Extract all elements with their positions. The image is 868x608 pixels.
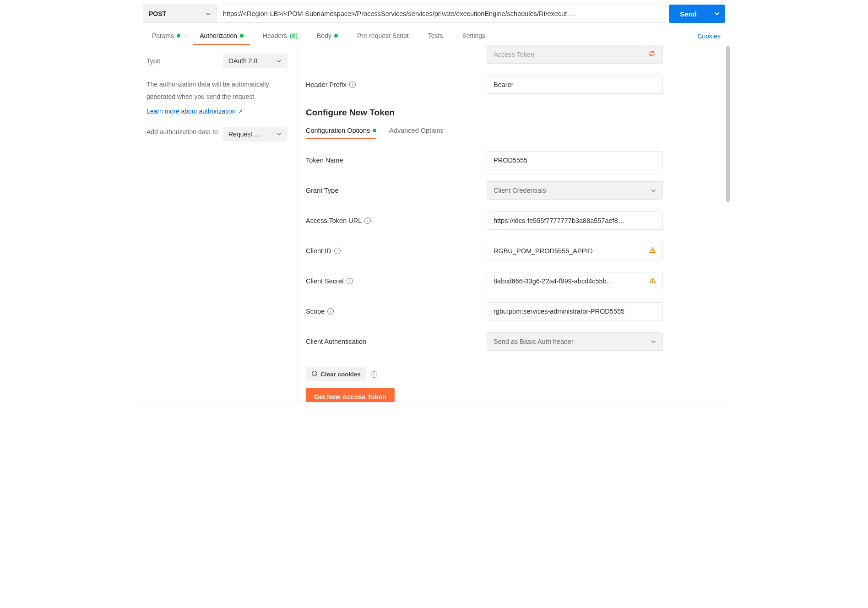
cookie-icon xyxy=(311,370,318,378)
send-button-group: Send xyxy=(669,5,725,23)
http-method-value: POST xyxy=(149,10,166,17)
auth-form: Access Token Header Prefix i Bearer xyxy=(298,45,731,402)
scope-label: Scope xyxy=(306,308,325,315)
svg-point-3 xyxy=(652,282,653,283)
content-area: Type OAuth 2.0 The authorization data wi… xyxy=(137,45,731,402)
token-name-row: Token Name PROD5555 xyxy=(306,151,722,169)
access-token-placeholder: Access Token xyxy=(494,51,635,58)
grant-type-value: Client Credentials xyxy=(494,187,546,194)
info-icon[interactable]: i xyxy=(364,217,371,224)
dot-indicator-icon xyxy=(373,129,376,132)
info-icon[interactable]: i xyxy=(347,278,353,284)
chevron-down-icon xyxy=(651,188,656,193)
send-button[interactable]: Send xyxy=(669,5,708,23)
tab-params[interactable]: Params xyxy=(146,27,187,45)
client-secret-input[interactable]: 8abcd666-33g6-22a4-f999-abcd4c55b… xyxy=(487,272,663,290)
client-id-row: Client ID i RGBU_POM_PROD5555_APPID xyxy=(306,242,722,260)
header-prefix-row: Header Prefix i Bearer xyxy=(306,76,722,94)
warning-icon xyxy=(649,247,656,255)
method-url-group: POST https://<Region-LB>/<POM-Subnamespa… xyxy=(143,5,665,23)
add-auth-label: Add authorization data to xyxy=(146,127,218,138)
svg-point-7 xyxy=(314,374,315,375)
send-options-button[interactable] xyxy=(708,5,725,23)
tab-configuration-options[interactable]: Configuration Options xyxy=(306,123,376,139)
cookies-link[interactable]: Cookies xyxy=(695,28,722,44)
chevron-down-icon xyxy=(277,59,282,64)
request-bar: POST https://<Region-LB>/<POM-Subnamespa… xyxy=(137,0,731,27)
tab-pre-request-script[interactable]: Pre-request Script xyxy=(351,27,415,45)
chevron-down-icon xyxy=(714,11,720,16)
add-auth-to-select[interactable]: Request … xyxy=(223,127,287,141)
token-sync-button[interactable] xyxy=(641,45,663,64)
scrollbar[interactable] xyxy=(726,46,730,239)
info-icon[interactable]: i xyxy=(334,248,341,254)
client-secret-value: 8abcd666-33g6-22a4-f999-abcd4c55b… xyxy=(494,277,646,285)
auth-type-label: Type xyxy=(146,57,160,65)
chevron-down-icon xyxy=(206,11,211,16)
access-token-url-label: Access Token URL xyxy=(306,217,362,224)
add-auth-row: Add authorization data to Request … xyxy=(146,127,287,141)
token-name-value: PROD5555 xyxy=(494,157,656,164)
dot-indicator-icon xyxy=(240,34,244,38)
client-auth-select[interactable]: Send as Basic Auth header xyxy=(487,332,663,351)
access-token-url-row: Access Token URL i https://idcs-fe555f77… xyxy=(306,212,722,230)
auth-type-value: OAuth 2.0 xyxy=(228,57,257,65)
grant-type-row: Grant Type Client Credentials xyxy=(306,181,722,200)
tab-tests[interactable]: Tests xyxy=(422,27,450,45)
external-link-icon: ↗ xyxy=(238,105,243,118)
token-name-label: Token Name xyxy=(306,157,343,164)
tab-authorization[interactable]: Authorization xyxy=(193,27,250,45)
svg-point-6 xyxy=(315,373,316,374)
access-token-input[interactable]: Access Token xyxy=(487,45,641,64)
client-id-value: RGBU_POM_PROD5555_APPID xyxy=(494,247,646,255)
tab-body[interactable]: Body xyxy=(310,27,344,45)
dot-indicator-icon xyxy=(334,34,338,38)
auth-type-row: Type OAuth 2.0 xyxy=(146,54,287,68)
scrollbar-thumb[interactable] xyxy=(726,46,730,202)
http-method-select[interactable]: POST xyxy=(143,5,217,22)
chevron-down-icon xyxy=(651,339,656,344)
client-id-input[interactable]: RGBU_POM_PROD5555_APPID xyxy=(487,242,663,260)
token-name-input[interactable]: PROD5555 xyxy=(487,151,663,169)
client-auth-value: Send as Basic Auth header xyxy=(494,338,574,345)
grant-type-label: Grant Type xyxy=(306,187,338,194)
client-secret-row: Client Secret i 8abcd666-33g6-22a4-f999-… xyxy=(306,272,722,290)
request-url-input[interactable]: https://<Region-LB>/<POM-Subnamespace>/P… xyxy=(217,5,665,22)
tab-advanced-options[interactable]: Advanced Options xyxy=(389,123,444,139)
access-token-url-value: https://idcs-fe555f7777777b3a88a557aef8… xyxy=(494,217,656,224)
clear-cookies-button[interactable]: Clear cookies xyxy=(306,367,366,381)
grant-type-select[interactable]: Client Credentials xyxy=(487,181,663,200)
svg-point-1 xyxy=(652,252,653,253)
info-icon[interactable]: i xyxy=(371,371,377,378)
header-prefix-input[interactable]: Bearer xyxy=(487,76,663,94)
auth-help-text: The authorization data will be automatic… xyxy=(146,78,287,103)
request-url-text: https://<Region-LB>/<POM-Subnamespace>/P… xyxy=(223,10,575,17)
request-tabs: Params Authorization Headers (8) Body Pr… xyxy=(137,27,731,45)
tab-headers[interactable]: Headers (8) xyxy=(256,27,304,45)
app-container: POST https://<Region-LB>/<POM-Subnamespa… xyxy=(137,0,731,402)
scope-input[interactable]: rgbu:pom:services-administrator-PROD5555 xyxy=(487,302,663,320)
dot-indicator-icon xyxy=(177,34,180,38)
scope-value: rgbu:pom:services-administrator-PROD5555 xyxy=(494,308,656,315)
header-prefix-value: Bearer xyxy=(494,81,656,88)
client-id-label: Client ID xyxy=(306,247,331,255)
client-secret-label: Client Secret xyxy=(306,277,344,285)
access-token-url-input[interactable]: https://idcs-fe555f7777777b3a88a557aef8… xyxy=(487,212,663,230)
tab-settings[interactable]: Settings xyxy=(456,27,492,45)
client-auth-label: Client Authentication xyxy=(306,338,366,345)
access-token-row: Access Token xyxy=(306,45,722,64)
get-new-access-token-button[interactable]: Get New Access Token xyxy=(306,388,395,402)
scope-row: Scope i rgbu:pom:services-administrator-… xyxy=(306,302,722,320)
warning-icon xyxy=(649,277,656,285)
add-auth-to-value: Request … xyxy=(228,130,260,138)
token-actions: Clear cookies i Get New Access Token xyxy=(306,367,722,402)
auth-sidebar: Type OAuth 2.0 The authorization data wi… xyxy=(137,45,298,402)
svg-point-5 xyxy=(313,373,314,374)
auth-type-select[interactable]: OAuth 2.0 xyxy=(223,54,287,68)
token-config-tabs: Configuration Options Advanced Options xyxy=(306,123,722,139)
sync-icon xyxy=(648,50,656,59)
configure-new-token-heading: Configure New Token xyxy=(306,108,722,118)
info-icon[interactable]: i xyxy=(327,308,334,315)
info-icon[interactable]: i xyxy=(349,81,356,88)
learn-more-link[interactable]: Learn more about authorization ↗ xyxy=(146,105,243,118)
